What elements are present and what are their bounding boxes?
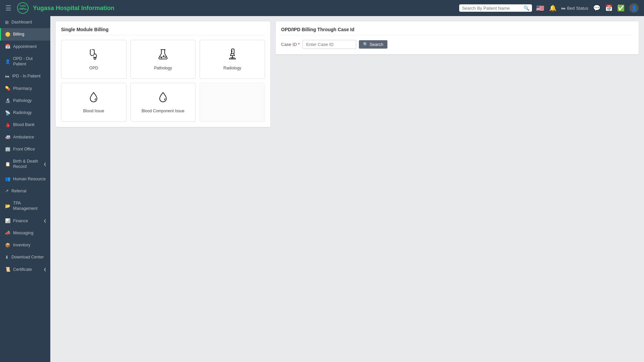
svg-point-0 [17, 3, 28, 13]
user-avatar[interactable]: 👤 [629, 3, 639, 13]
sidebar-icon-messaging: 📣 [5, 230, 10, 235]
sidebar-item-ipd[interactable]: 🛏 IPD - In Patient [0, 70, 50, 82]
chevron-icon: ❮ [44, 219, 46, 223]
flag-icon[interactable]: 🇺🇸 [536, 4, 544, 12]
module-label-blood-component: Blood Component Issue [142, 109, 184, 113]
single-module-billing-card: Single Module Billing OPD Pathology [56, 21, 270, 127]
sidebar-item-radiology[interactable]: 📡 Radiology [0, 107, 50, 119]
module-item-radiology[interactable]: Radiology [200, 40, 265, 79]
sidebar-label-billing: Billing [13, 32, 24, 37]
sidebar-label-pathology: Pathology [13, 98, 32, 103]
sidebar-icon-inventory: 📦 [5, 243, 10, 248]
module-item-blood-component[interactable]: Blood Component Issue [130, 83, 196, 122]
module-icon-blood-issue [88, 91, 100, 106]
chevron-icon: ❮ [44, 267, 46, 271]
module-icon-radiology [226, 48, 238, 63]
svg-point-8 [165, 57, 166, 58]
sidebar-item-referral[interactable]: ↗ Referral [0, 185, 50, 197]
sidebar-icon-pathology: 🔬 [5, 98, 10, 103]
notification-icon[interactable]: 🔔 [549, 4, 556, 12]
sidebar-label-certificate: Certificate [13, 267, 32, 272]
sidebar-item-appointment[interactable]: 📅 Appointment [0, 41, 50, 53]
svg-rect-9 [231, 49, 234, 54]
opd-billing-card: OPD/IPD Billing Through Case Id Case ID … [276, 21, 639, 54]
sidebar-label-ambulance: Ambulance [13, 134, 34, 140]
bed-icon: 🛏 [561, 6, 566, 11]
svg-point-6 [161, 57, 162, 58]
sidebar-icon-referral: ↗ [5, 188, 9, 193]
whatsapp-icon[interactable]: 💬 [593, 4, 600, 12]
case-id-input[interactable] [303, 40, 356, 49]
sidebar-label-dashboard: Dashboard [11, 19, 32, 25]
sidebar-icon-birth-death: 📋 [5, 162, 10, 167]
module-label-radiology: Radiology [223, 66, 241, 70]
sidebar-icon-front-office: 🏢 [5, 146, 10, 152]
sidebar-label-birth-death: Birth & Death Record [13, 159, 41, 170]
sidebar-label-pharmacy: Pharmacy [13, 86, 32, 91]
sidebar-icon-ambulance: 🚑 [5, 134, 10, 139]
sidebar-icon-download-center: ⬇ [5, 255, 9, 260]
sidebar-icon-pharmacy: 💊 [5, 86, 10, 91]
sidebar-icon-opd: 👤 [5, 59, 10, 64]
sidebar-item-tpa[interactable]: 📂 TPA Management [0, 197, 50, 215]
svg-point-4 [93, 49, 94, 50]
sidebar-item-dashboard[interactable]: ⊞ Dashboard [0, 16, 50, 28]
sidebar-label-messaging: Messaging [13, 230, 33, 236]
svg-point-3 [92, 49, 93, 50]
app-title: Yugasa Hospital Information [33, 5, 455, 12]
module-item-empty [200, 83, 265, 122]
sidebar-icon-human-resource: 👥 [5, 176, 10, 181]
sidebar-item-certificate[interactable]: 📜 Certificate ❮ [0, 263, 50, 276]
svg-text:YuHIS: YuHIS [20, 5, 26, 7]
bed-status-button[interactable]: 🛏 Bed Status [561, 6, 588, 11]
module-icon-pathology [157, 48, 169, 63]
module-item-opd[interactable]: OPD [61, 40, 126, 79]
sidebar-item-pathology[interactable]: 🔬 Pathology [0, 95, 50, 107]
sidebar-item-front-office[interactable]: 🏢 Front Office [0, 143, 50, 155]
hamburger-icon[interactable]: ☰ [5, 4, 11, 12]
sidebar-label-radiology: Radiology [13, 110, 32, 115]
required-asterisk: * [298, 42, 300, 47]
search-input[interactable] [462, 6, 522, 11]
sidebar-item-human-resource[interactable]: 👥 Human Resource [0, 173, 50, 185]
sidebar-icon-billing: 🪙 [5, 32, 10, 37]
sidebar-item-messaging[interactable]: 📣 Messaging [0, 227, 50, 239]
sidebar-item-ambulance[interactable]: 🚑 Ambulance [0, 131, 50, 143]
tasks-icon[interactable]: ✅ [617, 4, 625, 12]
search-btn-icon: 🔍 [363, 42, 368, 47]
module-icon-opd [88, 48, 100, 63]
sidebar-item-finance[interactable]: 📊 Finance ❮ [0, 215, 50, 227]
sidebar-icon-tpa: 📂 [5, 203, 10, 208]
module-item-pathology[interactable]: Pathology [130, 40, 196, 79]
search-button[interactable]: 🔍 Search [359, 40, 387, 49]
svg-point-5 [94, 57, 96, 59]
sidebar-icon-certificate: 📜 [5, 267, 10, 272]
sidebar-item-opd[interactable]: 👤 OPD - Out Patient [0, 53, 50, 70]
sidebar-label-referral: Referral [11, 188, 26, 194]
sidebar-item-birth-death[interactable]: 📋 Birth & Death Record ❮ [0, 155, 50, 173]
logo-icon: YuHIS Efficient Care [17, 2, 29, 14]
search-icon: 🔍 [524, 5, 529, 11]
case-id-label: Case ID * [281, 42, 300, 47]
opd-billing-title: OPD/IPD Billing Through Case Id [281, 27, 633, 35]
chevron-icon: ❮ [44, 162, 46, 166]
case-id-row: Case ID * 🔍 Search [281, 40, 633, 49]
sidebar-icon-blood-bank: 🩸 [5, 122, 10, 127]
sidebar-item-download-center[interactable]: ⬇ Download Center [0, 251, 50, 263]
sidebar-label-inventory: Inventory [13, 242, 30, 248]
module-icon-blood-component [157, 91, 169, 106]
sidebar-item-pharmacy[interactable]: 💊 Pharmacy [0, 82, 50, 95]
module-label-opd: OPD [89, 66, 98, 70]
search-bar[interactable]: 🔍 [459, 4, 532, 12]
sidebar-item-inventory[interactable]: 📦 Inventory [0, 239, 50, 251]
single-module-title: Single Module Billing [61, 27, 265, 35]
module-item-blood-issue[interactable]: Blood Issue [61, 83, 126, 122]
avatar-icon: 👤 [631, 5, 637, 11]
sidebar-label-human-resource: Human Resource [13, 176, 46, 182]
calendar-icon[interactable]: 📅 [605, 4, 612, 12]
sidebar-item-blood-bank[interactable]: 🩸 Blood Bank [0, 119, 50, 131]
sidebar-item-billing[interactable]: 🪙 Billing [0, 28, 50, 40]
sidebar-label-download-center: Download Center [11, 254, 44, 260]
sidebar-label-finance: Finance [13, 218, 28, 224]
sidebar-label-opd: OPD - Out Patient [13, 56, 46, 67]
